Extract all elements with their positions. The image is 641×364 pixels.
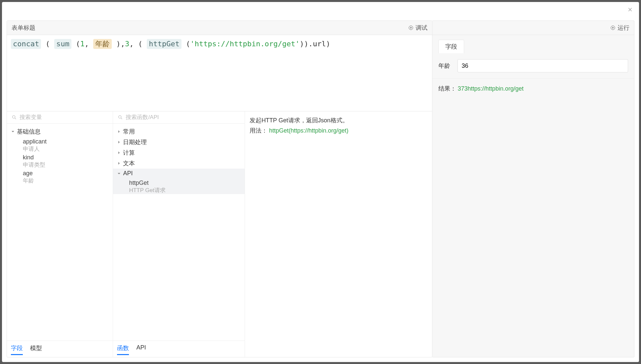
field-tab-wrap: 字段 [432, 35, 634, 53]
func-group-计算[interactable]: 计算 [113, 147, 245, 158]
expression-editor[interactable]: concat ( sum (1, 年龄 ),3, ( httpGet ('htt… [7, 35, 432, 111]
tab-functions[interactable]: 函数 [117, 344, 129, 355]
modal-dialog: 表单标题 调试 concat ( sum (1, 年龄 ),3, ( httpG… [2, 2, 639, 362]
func-group-常用[interactable]: 常用 [113, 126, 245, 137]
doc-column: 发起HTTP Get请求，返回Json格式。 用法： httpGet(https… [245, 111, 432, 357]
caret-right-icon [117, 161, 121, 165]
token-paren [41, 40, 45, 48]
token-paren-open4: ( [186, 40, 190, 48]
var-item-kind[interactable]: kind申请类型 [7, 153, 113, 169]
token-comma3: , [129, 40, 134, 48]
caret-down-icon [11, 130, 15, 134]
token-paren-close2: )) [300, 40, 309, 48]
func-group-label: 文本 [123, 159, 135, 167]
func-group-label: 计算 [123, 149, 135, 157]
play-circle-icon [610, 25, 616, 30]
doc-usage-value: httpGet(https://httpbin.org/get) [269, 127, 348, 134]
tab-api[interactable]: API [136, 344, 146, 355]
result-value: 373https://httpbin.org/get [458, 85, 524, 92]
close-icon[interactable] [627, 7, 633, 13]
functions-tree: 常用日期处理计算文本APIhttpGetHTTP Get请求 [113, 124, 245, 341]
result-label: 结果： [438, 85, 456, 92]
functions-column: 常用日期处理计算文本APIhttpGetHTTP Get请求 函数 API [113, 111, 245, 357]
var-item-name: kind [23, 154, 109, 161]
field-input-年龄[interactable] [458, 59, 628, 72]
search-variables[interactable] [7, 111, 113, 124]
var-group-label: 基础信息 [17, 128, 41, 136]
caret-right-icon [117, 140, 121, 144]
token-comma2: , [121, 40, 125, 48]
token-paren-open3: ( [138, 40, 142, 48]
play-circle-icon [408, 25, 414, 30]
token-paren-open: ( [46, 40, 50, 48]
run-label: 运行 [618, 24, 629, 32]
search-functions[interactable] [113, 111, 245, 124]
var-group-basic[interactable]: 基础信息 [7, 126, 113, 137]
preview-panel: 运行 字段 年龄 结果： 373https://httpbin.org/get [432, 20, 634, 357]
editor-header: 表单标题 调试 [7, 21, 432, 35]
variables-column: 基础信息 applicant申请人kind申请类型age年龄 字段 模型 [7, 111, 113, 357]
search-icon [118, 115, 123, 120]
doc-usage-label: 用法： [250, 127, 267, 134]
svg-point-2 [119, 116, 121, 118]
run-button[interactable]: 运行 [610, 24, 629, 32]
func-group-API[interactable]: API [113, 169, 245, 178]
var-item-sub: 申请类型 [23, 161, 109, 169]
caret-right-icon [117, 151, 121, 155]
func-group-文本[interactable]: 文本 [113, 158, 245, 169]
token-url-string: 'https://httpbin.org/get' [190, 40, 300, 48]
tab-fields[interactable]: 字段 [11, 344, 23, 355]
field-name: 年龄 [438, 62, 453, 70]
token-literal-1: 1 [80, 40, 84, 48]
result-row: 结果： 373https://httpbin.org/get [432, 79, 634, 99]
token-fn-httpget: httpGet [147, 39, 181, 49]
variables-tree: 基础信息 applicant申请人kind申请类型age年龄 [7, 124, 113, 341]
func-group-日期处理[interactable]: 日期处理 [113, 137, 245, 147]
func-item-sub: HTTP Get请求 [129, 186, 241, 194]
form-title: 表单标题 [12, 24, 35, 32]
search-icon [12, 115, 17, 120]
token-paren-open2: ( [76, 40, 80, 48]
debug-button[interactable]: 调试 [408, 24, 427, 32]
debug-label: 调试 [416, 24, 427, 32]
search-variables-input[interactable] [20, 114, 108, 121]
token-field-age: 年龄 [93, 39, 112, 49]
doc-description: 发起HTTP Get请求，返回Json格式。 [250, 115, 427, 126]
var-item-age[interactable]: age年龄 [7, 169, 113, 184]
token-comma: , [85, 40, 89, 48]
editor-panel: 表单标题 调试 concat ( sum (1, 年龄 ),3, ( httpG… [7, 20, 432, 357]
var-item-name: applicant [23, 138, 109, 145]
var-item-applicant[interactable]: applicant申请人 [7, 137, 113, 153]
preview-header: 运行 [432, 21, 634, 35]
caret-right-icon [117, 130, 121, 134]
browser-row: 基础信息 applicant申请人kind申请类型age年龄 字段 模型 [7, 111, 432, 357]
func-group-label: 常用 [123, 128, 135, 136]
func-group-label: API [123, 170, 133, 177]
var-item-name: age [23, 170, 109, 177]
var-item-sub: 年龄 [23, 177, 109, 184]
func-group-label: 日期处理 [123, 138, 147, 146]
field-row-年龄: 年龄 [432, 53, 634, 79]
func-tabs: 函数 API [113, 341, 245, 357]
caret-down-icon [117, 172, 121, 176]
token-literal-3: 3 [125, 40, 129, 48]
func-item-name: httpGet [129, 180, 241, 186]
token-paren-close: ) [116, 40, 120, 48]
token-fn-sum: sum [54, 39, 71, 49]
tab-model[interactable]: 模型 [30, 344, 42, 355]
token-trail: .url) [308, 40, 330, 48]
var-item-sub: 申请人 [23, 145, 109, 153]
search-functions-input[interactable] [126, 114, 240, 121]
var-tabs: 字段 模型 [7, 341, 113, 357]
token-fn-concat: concat [11, 39, 41, 49]
svg-point-1 [13, 116, 15, 118]
func-item-httpGet[interactable]: httpGetHTTP Get请求 [113, 178, 245, 194]
preview-tab-fields[interactable]: 字段 [438, 40, 464, 53]
